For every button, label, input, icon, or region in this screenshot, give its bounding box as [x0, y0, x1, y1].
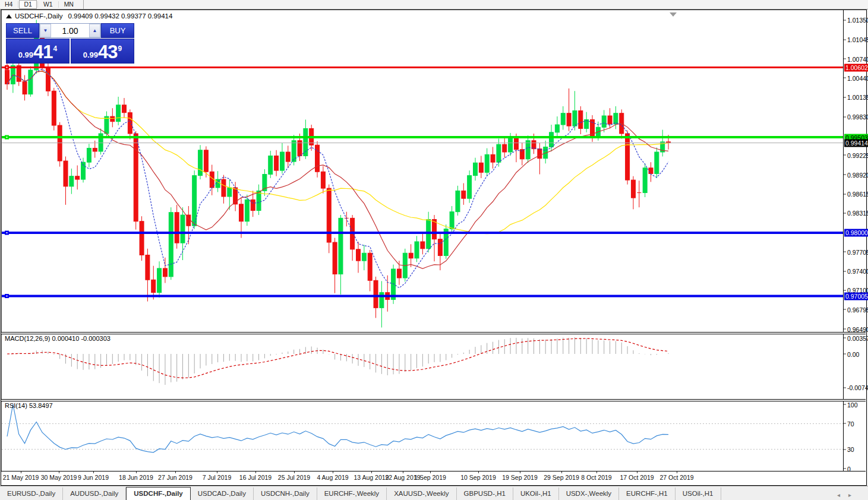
sell-button[interactable]: SELL	[6, 23, 39, 38]
macd-axis-label: 0.00	[844, 350, 859, 358]
date-tick	[637, 471, 637, 473]
date-tick	[596, 471, 597, 473]
date-tick	[333, 471, 333, 473]
price-badge-1.00602: 1.00602	[844, 64, 868, 71]
buy-price-small: 0.99	[83, 50, 98, 59]
chart-window: USDCHF-,Daily 0.99409 0.99432 0.99377 0.…	[1, 10, 867, 486]
price-axis-tick: 0.97705	[844, 248, 868, 256]
toolbar-divider	[37, 1, 38, 8]
volume-input[interactable]	[51, 24, 89, 37]
date-label: 16 Jul 2019	[239, 474, 272, 481]
date-axis[interactable]: 21 May 201930 May 20199 Jun 201918 Jun 2…	[1, 471, 866, 485]
candlesticks	[5, 20, 671, 327]
date-label: 17 Oct 2019	[620, 474, 654, 481]
macd-pane[interactable]	[2, 334, 843, 398]
sell-price-panel[interactable]: 0.99 41 4	[6, 39, 70, 64]
date-label: 29 Sep 2019	[544, 474, 579, 481]
date-label: 1 Sep 2019	[414, 474, 446, 481]
price-axis-tick: 1.00740	[844, 55, 868, 63]
one-click-trading-widget: SELL ▼ ▲ BUY 0.99 41 4 0.99 43 9	[6, 23, 134, 64]
date-label: 8 Oct 2019	[581, 474, 611, 481]
price-axis-tick: 0.96795	[844, 306, 868, 314]
chart-tab-usoilh1[interactable]: USOil-,H1	[676, 488, 721, 500]
chart-tab-usdxweekly[interactable]: USDX-,Weekly	[559, 488, 619, 500]
chart-tab-usdcnhdaily[interactable]: USDCNH-,Daily	[254, 488, 317, 500]
sell-price-big: 41	[33, 43, 52, 61]
rsi-pane[interactable]	[2, 401, 843, 470]
price-badge-0.99414: 0.99414	[844, 140, 868, 147]
chart-title: USDCHF-,Daily 0.99409 0.99432 0.99377 0.…	[6, 12, 172, 20]
price-axis-tick: 0.98615	[844, 190, 868, 198]
date-tick	[561, 471, 562, 473]
chart-tab-eurchfh1[interactable]: EURCHF-,H1	[619, 488, 676, 500]
price-badge-0.97005: 0.97005	[844, 293, 868, 300]
chart-shift-marker[interactable]	[670, 12, 677, 17]
date-tick	[136, 471, 137, 473]
date-tick	[371, 471, 372, 473]
date-tick	[294, 471, 295, 473]
sell-price-sup: 4	[53, 45, 58, 53]
price-axis-tick: 1.00135	[844, 93, 868, 101]
chart-tab-bar: EURUSD-,DailyAUDUSD-,DailyUSDCHF-,DailyU…	[0, 486, 868, 500]
macd-axis-label: -0.00749	[844, 384, 868, 391]
date-label: 25 Jul 2019	[278, 474, 310, 481]
date-label: 4 Aug 2019	[317, 474, 348, 481]
period-toolbar: H4D1W1MN	[0, 0, 868, 10]
date-label: 27 Jun 2019	[158, 474, 192, 481]
period-tab-h4[interactable]: H4	[0, 0, 17, 9]
price-axis-tick: 0.98920	[844, 171, 868, 179]
toolbar-divider	[18, 1, 18, 8]
date-tick	[59, 471, 59, 473]
chart-tab-gbpusdh1[interactable]: GBPUSD-,H1	[457, 488, 513, 500]
date-label: 30 May 2019	[41, 474, 77, 481]
price-axis-tick: 1.00440	[844, 74, 868, 82]
volume-increase-button[interactable]: ▲	[89, 24, 100, 37]
price-axis-tick: 0.99830	[844, 113, 868, 121]
price-axis-tick: 1.01045	[844, 36, 868, 43]
period-tab-mn[interactable]: MN	[59, 0, 78, 9]
date-label: 7 Jul 2019	[203, 474, 231, 481]
date-tick	[403, 471, 403, 473]
price-axis-tick: 0.98315	[844, 209, 868, 217]
date-label: 18 Jun 2019	[119, 474, 153, 481]
price-axis[interactable]: 1.013501.010451.007401.004401.001350.998…	[843, 10, 866, 471]
buy-price-big: 43	[98, 43, 117, 61]
macd-axis-label: 0.003574	[844, 334, 868, 342]
macd-indicator-label: MACD(12,26,9) 0.000410 -0.000303	[5, 335, 111, 342]
date-tick	[478, 471, 479, 473]
tab-scroll-arrows[interactable]: ◂▸	[837, 492, 860, 498]
chart-tab-eurusddaily[interactable]: EURUSD-,Daily	[0, 488, 63, 500]
chart-symbol-label: USDCHF-,Daily	[15, 12, 63, 20]
buy-price-panel[interactable]: 0.99 43 9	[71, 39, 134, 64]
buy-button[interactable]: BUY	[101, 23, 134, 38]
chart-tab-eurchfweekly[interactable]: EURCHF-,Weekly	[317, 488, 387, 500]
price-axis-tick: 0.99225	[844, 151, 868, 159]
chart-ohlc-values: 0.99409 0.99432 0.99377 0.99414	[68, 12, 173, 20]
toolbar-divider	[58, 1, 59, 8]
date-label: 27 Oct 2019	[659, 474, 693, 481]
date-label: 19 Sep 2019	[502, 474, 538, 481]
rsi-line	[7, 404, 668, 452]
date-tick	[430, 471, 431, 473]
rsi-axis-label: 100	[844, 401, 858, 409]
price-axis-tick: 0.97400	[844, 267, 868, 275]
period-tab-d1[interactable]: D1	[19, 0, 36, 9]
chart-tab-usdchfdaily[interactable]: USDCHF-,Daily	[126, 487, 190, 500]
chart-tab-xauusdweekly[interactable]: XAUUSD-,Weekly	[387, 488, 456, 500]
date-label: 10 Sep 2019	[460, 474, 496, 481]
sell-price-small: 0.99	[18, 50, 33, 59]
chart-tab-audusddaily[interactable]: AUDUSD-,Daily	[63, 488, 126, 500]
rsi-indicator-label: RSI(14) 53.8497	[5, 402, 53, 409]
chart-tab-ukoilh1[interactable]: UKOil-,H1	[513, 488, 559, 500]
symbol-triangle-icon	[6, 14, 12, 18]
volume-decrease-button[interactable]: ▼	[40, 24, 51, 37]
date-tick	[217, 471, 217, 473]
period-tab-w1[interactable]: W1	[39, 0, 58, 9]
date-tick	[255, 471, 256, 473]
date-tick	[175, 471, 176, 473]
chart-tab-usdcaddaily[interactable]: USDCAD-,Daily	[191, 488, 254, 500]
price-badge-0.98000: 0.98000	[844, 229, 868, 237]
date-label: 9 Jun 2019	[78, 474, 109, 481]
date-tick	[677, 471, 677, 473]
rsi-axis-label: 70	[844, 420, 854, 428]
